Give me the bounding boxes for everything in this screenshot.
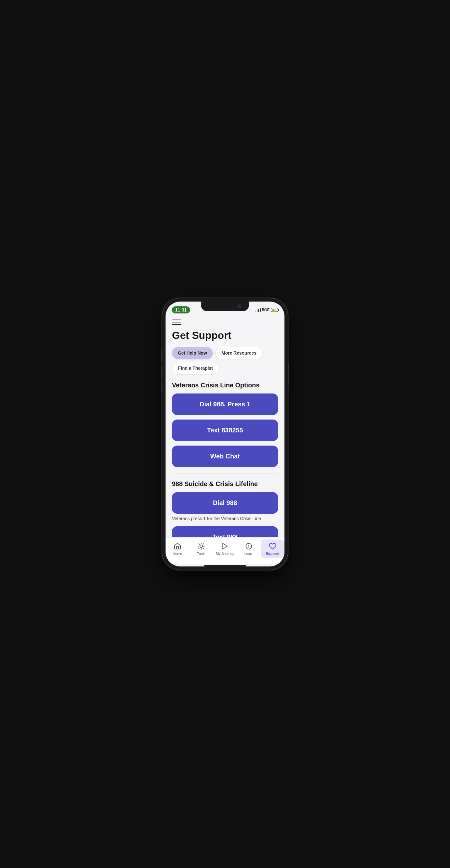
nav-support[interactable]: Support bbox=[261, 539, 285, 558]
nav-tools[interactable]: Tools bbox=[189, 539, 213, 558]
notch bbox=[201, 302, 249, 311]
section-divider bbox=[172, 473, 278, 474]
status-right: 5GE ⚡ bbox=[255, 308, 278, 312]
network-label: 5GE bbox=[262, 308, 270, 312]
tab-get-help-now[interactable]: Get Help Now bbox=[172, 347, 213, 360]
nav-home-label: Home bbox=[172, 552, 182, 556]
dial-988-subtitle: Veterans press 1 for the Veterans Crisis… bbox=[172, 516, 278, 522]
home-indicator bbox=[204, 565, 246, 566]
bottom-nav: Home Tools bbox=[165, 537, 285, 563]
camera bbox=[237, 305, 242, 308]
phone-screen: 11:31 5GE ⚡ bbox=[165, 302, 285, 566]
nav-learn[interactable]: Learn bbox=[237, 539, 261, 558]
home-icon bbox=[173, 542, 182, 550]
learn-icon bbox=[245, 542, 253, 550]
tools-icon bbox=[197, 542, 205, 550]
main-content: Get Support Get Help Now More Resources … bbox=[165, 316, 285, 537]
tab-row: Get Help Now More Resources Find a Thera… bbox=[172, 347, 278, 374]
svg-line-5 bbox=[199, 544, 199, 544]
dial-988-button[interactable]: Dial 988 bbox=[172, 492, 278, 514]
text-838255-button[interactable]: Text 838255 bbox=[172, 420, 278, 441]
nav-my-journey-label: My Journey bbox=[216, 552, 234, 556]
suicide-crisis-title: 988 Suicide & Crisis Lifeline bbox=[172, 480, 278, 488]
page-title: Get Support bbox=[172, 330, 278, 341]
hamburger-menu[interactable] bbox=[172, 319, 181, 325]
svg-point-0 bbox=[200, 545, 202, 548]
support-icon bbox=[268, 542, 277, 550]
nav-support-label: Support bbox=[266, 552, 279, 556]
my-journey-icon bbox=[221, 542, 229, 550]
svg-line-7 bbox=[199, 548, 199, 549]
signal-icon bbox=[255, 308, 261, 312]
text-988-button[interactable]: Text 988 bbox=[172, 526, 278, 537]
nav-learn-label: Learn bbox=[244, 552, 253, 556]
web-chat-button[interactable]: Web Chat bbox=[172, 445, 278, 467]
svg-marker-9 bbox=[223, 543, 227, 549]
status-time: 11:31 bbox=[172, 306, 190, 313]
veterans-crisis-title: Veterans Crisis Line Options bbox=[172, 381, 278, 389]
svg-line-8 bbox=[203, 544, 204, 544]
nav-tools-label: Tools bbox=[197, 552, 205, 556]
nav-my-journey[interactable]: My Journey bbox=[213, 539, 237, 558]
phone-frame: 11:31 5GE ⚡ bbox=[162, 298, 288, 570]
battery-icon: ⚡ bbox=[271, 308, 278, 312]
tab-find-a-therapist[interactable]: Find a Therapist bbox=[172, 362, 219, 374]
svg-line-6 bbox=[203, 548, 204, 549]
dial-988-press-1-button[interactable]: Dial 988, Press 1 bbox=[172, 394, 278, 415]
tab-more-resources[interactable]: More Resources bbox=[215, 347, 263, 360]
nav-home[interactable]: Home bbox=[165, 539, 189, 558]
